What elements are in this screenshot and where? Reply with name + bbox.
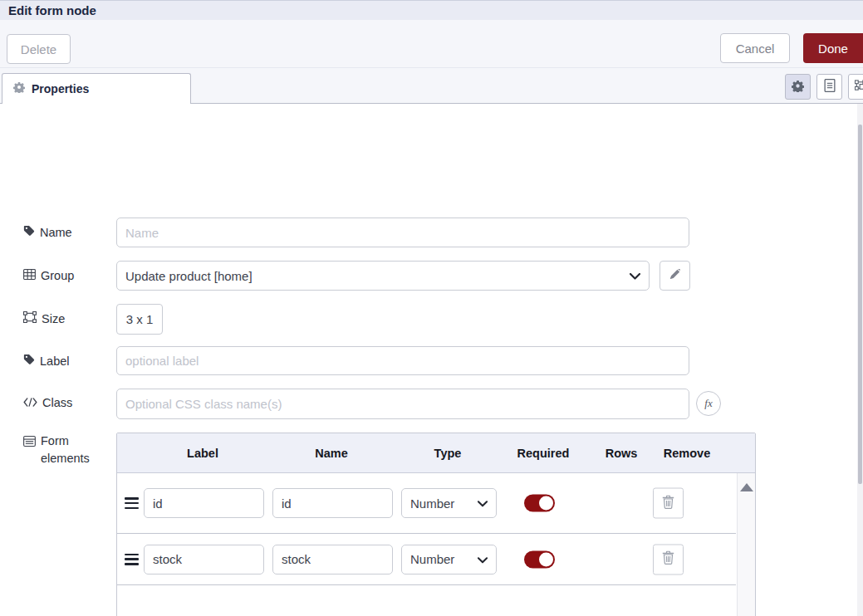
class-field-label: Class: [23, 396, 72, 409]
column-header-remove: Remove: [664, 447, 710, 460]
remove-row-button[interactable]: [653, 544, 684, 574]
action-bar: Delete Cancel Done: [0, 20, 863, 68]
code-icon: [23, 396, 37, 409]
element-type-select[interactable]: Number: [401, 488, 497, 518]
object-size-icon: [23, 311, 37, 325]
group-field-label: Group: [23, 269, 74, 282]
fx-icon: fx: [704, 397, 712, 410]
element-label-input[interactable]: [144, 488, 264, 518]
gear-icon: [13, 81, 25, 96]
cancel-button[interactable]: Cancel: [720, 33, 790, 63]
element-type-select[interactable]: Number: [401, 545, 497, 574]
required-toggle[interactable]: [524, 550, 555, 568]
appearance-tab-button[interactable]: [848, 74, 863, 100]
form-element-row: Number: [117, 473, 736, 534]
list-icon: [23, 433, 36, 452]
fx-button[interactable]: fx: [696, 391, 721, 416]
tab-properties[interactable]: Properties: [2, 73, 191, 104]
form-elements-table-body: Number Number: [117, 473, 736, 616]
group-select-wrap: Update product [home]: [116, 261, 650, 291]
element-name-input[interactable]: [272, 545, 393, 574]
form-elements-label: Form elements: [23, 433, 93, 467]
column-header-type: Type: [434, 447, 462, 460]
scroll-up-icon[interactable]: [740, 483, 753, 491]
dialog-titlebar: Edit form node: [0, 0, 863, 20]
properties-tab-button[interactable]: [785, 74, 811, 100]
tag-icon: [23, 225, 35, 239]
done-button[interactable]: Done: [803, 33, 863, 63]
trash-icon: [662, 551, 674, 568]
tab-bar: Properties: [0, 68, 863, 104]
form-elements-table: LabelNameTypeRequiredRowsRemove Number N…: [116, 433, 756, 616]
size-field-label: Size: [23, 311, 65, 325]
tab-properties-label: Properties: [32, 82, 89, 95]
page-scrollbar[interactable]: [857, 104, 863, 616]
trash-icon: [662, 495, 674, 511]
table-scrollbar[interactable]: [737, 473, 755, 616]
pencil-icon: [669, 269, 681, 283]
description-tab-button[interactable]: [816, 74, 842, 100]
size-button[interactable]: 3 x 1: [116, 304, 163, 335]
name-field-label: Name: [23, 225, 72, 239]
column-header-rows: Rows: [606, 447, 638, 460]
element-name-input[interactable]: [272, 488, 393, 518]
drag-handle-icon[interactable]: [125, 497, 139, 509]
page-scrollbar-thumb[interactable]: [858, 125, 862, 484]
doc-icon: [824, 79, 836, 95]
table-icon: [23, 269, 36, 282]
column-header-name: Name: [315, 447, 348, 460]
class-input[interactable]: [116, 389, 689, 419]
name-input[interactable]: [116, 218, 689, 247]
dialog-title: Edit form node: [8, 3, 96, 17]
properties-panel: Name Group Update product [home] Size 3 …: [0, 104, 863, 616]
drag-handle-icon[interactable]: [125, 554, 139, 565]
required-toggle[interactable]: [524, 495, 555, 512]
appearance-icon: [855, 80, 863, 95]
label-field-label: Label: [23, 354, 69, 368]
form-elements-table-header: LabelNameTypeRequiredRowsRemove: [117, 433, 755, 473]
delete-button[interactable]: Delete: [7, 34, 71, 64]
column-header-label: Label: [187, 447, 218, 460]
form-element-row: Number: [117, 534, 736, 585]
element-label-input[interactable]: [144, 545, 264, 574]
edit-group-button[interactable]: [660, 261, 690, 291]
remove-row-button[interactable]: [653, 488, 684, 519]
label-input[interactable]: [116, 346, 689, 375]
gear-icon: [792, 80, 804, 95]
element-type-select-wrap: Number: [401, 488, 497, 518]
column-header-required: Required: [517, 447, 570, 460]
element-type-select-wrap: Number: [401, 545, 497, 574]
group-select[interactable]: Update product [home]: [116, 261, 650, 291]
tag-icon: [23, 354, 35, 368]
